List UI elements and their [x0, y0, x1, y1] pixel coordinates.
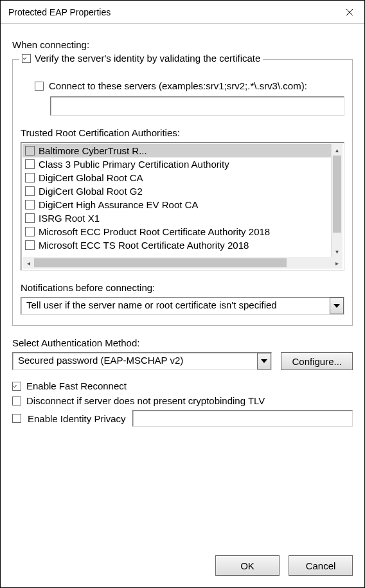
configure-button[interactable]: Configure...: [281, 352, 353, 370]
ca-item-checkbox[interactable]: [25, 240, 35, 250]
fast-reconnect-checkbox[interactable]: [12, 382, 21, 391]
ca-list-item[interactable]: ISRG Root X1: [22, 211, 331, 225]
ca-list-item[interactable]: Microsoft ECC Product Root Certificate A…: [22, 225, 331, 238]
ca-item-checkbox[interactable]: [25, 227, 35, 236]
verify-label: Verify the server's identity by validati…: [35, 53, 260, 64]
chevron-down-icon: [334, 304, 340, 308]
ca-item-checkbox[interactable]: [25, 159, 35, 169]
ca-list-item[interactable]: DigiCert Global Root CA: [22, 171, 331, 184]
connect-servers-row: Connect to these servers (examples:srv1;…: [35, 80, 344, 91]
auth-method-dropdown[interactable]: Secured password (EAP-MSCHAP v2): [12, 352, 272, 370]
notifications-dropdown[interactable]: Tell user if the server name or root cer…: [21, 297, 344, 315]
ca-item-label: Baltimore CyberTrust R...: [39, 145, 147, 156]
cryptobinding-label: Disconnect if server does not present cr…: [26, 395, 265, 406]
ca-item-label: DigiCert Global Root G2: [39, 186, 143, 197]
connect-servers-checkbox[interactable]: [35, 82, 44, 91]
vertical-scroll-thumb[interactable]: [333, 156, 341, 233]
window-title: Protected EAP Properties: [8, 7, 111, 17]
ca-item-checkbox[interactable]: [25, 173, 35, 183]
notifications-label: Notifications before connecting:: [21, 282, 344, 293]
verify-groupbox: Verify the server's identity by validati…: [12, 59, 353, 326]
verify-legend: Verify the server's identity by validati…: [19, 53, 263, 64]
ca-list-item[interactable]: DigiCert High Assurance EV Root CA: [22, 198, 331, 211]
ca-item-checkbox[interactable]: [25, 186, 35, 196]
cryptobinding-checkbox[interactable]: [12, 396, 21, 405]
connect-servers-label: Connect to these servers (examples:srv1;…: [49, 80, 307, 91]
connect-servers-input[interactable]: [50, 96, 344, 116]
ca-item-checkbox[interactable]: [25, 200, 35, 209]
notifications-selected: Tell user if the server name or root cer…: [21, 298, 330, 314]
dialog-footer: OK Cancel: [215, 555, 353, 576]
ca-item-label: Microsoft ECC Product Root Certificate A…: [39, 226, 270, 237]
identity-privacy-checkbox[interactable]: [12, 414, 21, 423]
scroll-up-arrow-icon[interactable]: ▴: [332, 144, 343, 156]
fast-reconnect-row: Enable Fast Reconnect: [12, 380, 353, 391]
identity-privacy-input[interactable]: [132, 410, 353, 427]
auth-method-dropdown-button[interactable]: [257, 353, 271, 370]
cryptobinding-row: Disconnect if server does not present cr…: [12, 395, 353, 406]
ca-item-label: Microsoft ECC TS Root Certificate Author…: [39, 240, 249, 251]
notifications-dropdown-button[interactable]: [330, 298, 344, 314]
identity-privacy-row: Enable Identity Privacy: [12, 410, 353, 427]
verify-checkbox[interactable]: [22, 54, 31, 63]
trusted-ca-label: Trusted Root Certification Authorities:: [21, 127, 344, 138]
scroll-down-arrow-icon[interactable]: ▾: [332, 245, 343, 257]
chevron-down-icon: [261, 359, 267, 363]
ca-item-label: Class 3 Public Primary Certification Aut…: [39, 159, 229, 170]
ca-item-checkbox[interactable]: [25, 213, 35, 223]
auth-method-label: Select Authentication Method:: [12, 337, 353, 348]
close-icon: [346, 8, 353, 16]
scroll-right-arrow-icon[interactable]: ▸: [331, 257, 343, 269]
ca-list-item[interactable]: DigiCert Global Root G2: [22, 184, 331, 198]
ca-list-item[interactable]: Baltimore CyberTrust R...: [22, 144, 331, 157]
fast-reconnect-label: Enable Fast Reconnect: [26, 380, 127, 391]
vertical-scrollbar[interactable]: ▴ ▾: [331, 144, 343, 257]
scroll-left-arrow-icon[interactable]: ◂: [22, 257, 34, 269]
cancel-button[interactable]: Cancel: [289, 555, 353, 576]
ca-list-item[interactable]: Microsoft ECC TS Root Certificate Author…: [22, 238, 331, 252]
horizontal-scrollbar[interactable]: ◂ ▸: [22, 257, 343, 269]
ca-item-label: ISRG Root X1: [39, 213, 100, 224]
ok-button[interactable]: OK: [215, 555, 280, 576]
auth-method-selected: Secured password (EAP-MSCHAP v2): [13, 353, 257, 370]
identity-privacy-label: Enable Identity Privacy: [28, 413, 126, 424]
title-bar: Protected EAP Properties: [1, 1, 364, 24]
close-button[interactable]: [335, 1, 364, 24]
ca-item-label: DigiCert High Assurance EV Root CA: [39, 199, 198, 210]
when-connecting-label: When connecting:: [12, 39, 353, 50]
ca-item-checkbox[interactable]: [25, 146, 35, 156]
horizontal-scroll-thumb[interactable]: [34, 258, 287, 267]
trusted-ca-listbox[interactable]: Baltimore CyberTrust R...Class 3 Public …: [21, 142, 344, 271]
ca-item-label: DigiCert Global Root CA: [39, 172, 143, 183]
ca-list-item[interactable]: Class 3 Public Primary Certification Aut…: [22, 157, 331, 171]
